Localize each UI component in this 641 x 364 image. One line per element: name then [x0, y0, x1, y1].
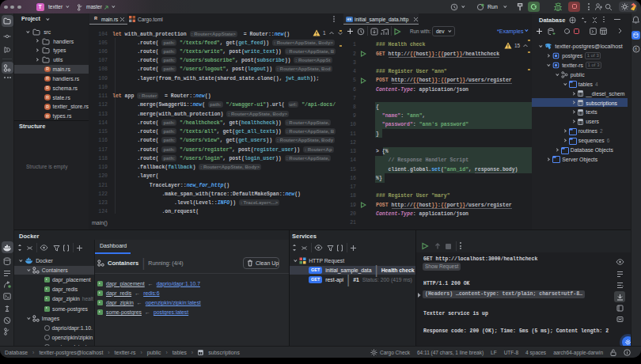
- svg-text:8: 8: [635, 47, 638, 51]
